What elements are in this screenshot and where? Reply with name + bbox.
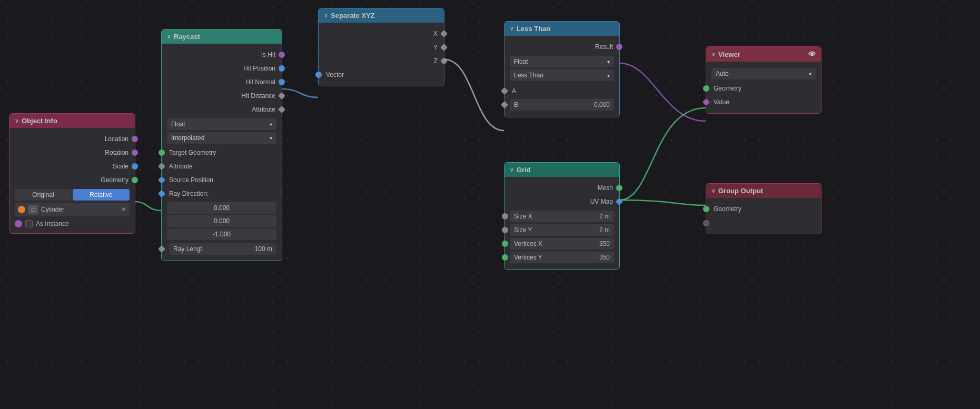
attribute-in-socket[interactable] — [158, 163, 165, 170]
uv-map-socket[interactable] — [616, 198, 623, 205]
size-x-field[interactable]: Size X 2 m — [510, 211, 614, 222]
as-instance-checkbox[interactable] — [25, 220, 33, 227]
viewer-value-label: Value — [714, 98, 729, 106]
group-output-title: Group Output — [718, 187, 763, 195]
object-close-button[interactable]: ✕ — [121, 206, 126, 213]
scale-socket[interactable] — [132, 163, 138, 169]
y-out-socket[interactable] — [440, 44, 448, 51]
hit-normal-row: Hit Normal — [162, 75, 282, 89]
viewer-chevron: ∨ — [711, 52, 715, 57]
a-socket[interactable] — [501, 87, 508, 94]
less-than-header[interactable]: ∨ Less Than — [504, 22, 619, 36]
hit-normal-label: Hit Normal — [245, 78, 275, 86]
less-than-op-dropdown[interactable]: Less Than ▾ — [510, 69, 614, 81]
z-to-less-than-a-connection — [444, 59, 504, 131]
raycast-float-arrow: ▾ — [270, 122, 272, 127]
separate-xyz-chevron: ∨ — [324, 13, 328, 18]
b-input-row: B 0.000 — [510, 99, 614, 111]
location-socket[interactable] — [132, 136, 138, 142]
ray-direction-socket[interactable] — [158, 190, 165, 197]
less-than-chevron: ∨ — [510, 26, 513, 32]
connections-overlay — [0, 0, 980, 409]
x-out-socket[interactable] — [440, 30, 448, 37]
mesh-out-socket[interactable] — [616, 185, 622, 191]
viewer-header[interactable]: ∨ Viewer 👁 — [706, 47, 821, 62]
size-y-socket[interactable] — [502, 227, 508, 233]
b-socket[interactable] — [501, 101, 508, 108]
result-socket[interactable] — [616, 44, 622, 50]
size-x-row: Size X 2 m — [510, 211, 614, 222]
is-hit-row: Is Hit — [162, 48, 282, 62]
object-info-chevron: ∨ — [15, 118, 18, 124]
original-button[interactable]: Original — [15, 189, 72, 201]
as-instance-row: As Instance — [9, 218, 135, 229]
viewer-title: Viewer — [718, 51, 740, 58]
object-mesh-icon: ⬡ — [28, 205, 38, 214]
ray-x-field[interactable]: 0.000 — [167, 202, 276, 214]
object-info-header[interactable]: ∨ Object Info — [9, 114, 135, 128]
group-geometry-socket[interactable] — [703, 206, 709, 212]
viewer-node: ∨ Viewer 👁 Auto ▾ Geometry Value — [706, 46, 821, 114]
scale-row: Scale — [9, 159, 135, 173]
z-out-socket[interactable] — [440, 57, 448, 65]
ray-y-field[interactable]: 0.000 — [167, 215, 276, 227]
ray-z-field[interactable]: -1.000 — [167, 228, 276, 240]
vertices-y-socket[interactable] — [502, 254, 508, 261]
hit-normal-socket[interactable] — [279, 79, 285, 85]
size-x-socket[interactable] — [502, 213, 508, 220]
z-out-row: Z — [319, 54, 444, 68]
less-than-float-arrow: ▾ — [607, 59, 610, 65]
vertices-x-field[interactable]: Vertices X 350 — [510, 238, 614, 250]
rotation-socket[interactable] — [132, 149, 138, 156]
ray-length-field[interactable]: Ray Lengt 100 m — [169, 243, 276, 255]
raycast-interpolated-label: Interpolated — [171, 134, 204, 142]
geometry-out-socket[interactable] — [132, 177, 138, 183]
hit-distance-socket[interactable] — [278, 92, 285, 99]
object-picker[interactable]: ⬡ Cylinder ✕ — [15, 203, 130, 216]
source-position-socket[interactable] — [158, 176, 165, 184]
group-output-chevron: ∨ — [711, 188, 715, 194]
raycast-chevron: ∨ — [167, 34, 171, 39]
viewer-value-socket[interactable] — [702, 98, 710, 106]
vertices-x-row: Vertices X 350 — [510, 238, 614, 250]
object-info-body: Location Rotation Scale Geometry Origina… — [9, 128, 135, 233]
target-geometry-socket[interactable] — [159, 149, 165, 156]
grid-header[interactable]: ∨ Grid — [504, 163, 619, 177]
hit-distance-label: Hit Distance — [241, 92, 275, 99]
relative-button[interactable]: Relative — [73, 189, 130, 201]
viewer-geometry-socket[interactable] — [703, 85, 709, 92]
size-y-field[interactable]: Size Y 2 m — [510, 224, 614, 236]
viewer-auto-arrow: ▾ — [809, 71, 811, 77]
b-value: 0.000 — [594, 101, 610, 108]
ray-length-socket[interactable] — [158, 245, 165, 253]
x-out-row: X — [319, 27, 444, 41]
attribute-out-socket[interactable] — [278, 106, 285, 113]
raycast-header[interactable]: ∨ Raycast — [162, 29, 282, 44]
vertices-y-field[interactable]: Vertices Y 350 — [510, 252, 614, 263]
group-extra-socket[interactable] — [703, 220, 709, 226]
separate-xyz-header[interactable]: ∨ Separate XYZ — [319, 8, 444, 23]
uv-map-label: UV Map — [590, 198, 613, 205]
hit-position-socket[interactable] — [279, 65, 285, 72]
viewer-auto-dropdown[interactable]: Auto ▾ — [711, 68, 816, 79]
size-y-row: Size Y 2 m — [510, 224, 614, 236]
vertices-x-socket[interactable] — [502, 241, 508, 247]
grid-chevron: ∨ — [510, 167, 513, 173]
raycast-interpolated-dropdown[interactable]: Interpolated ▾ — [167, 132, 276, 144]
grid-body: Mesh UV Map Size X 2 m Size Y 2 m — [504, 177, 619, 270]
b-field-wrapper[interactable]: B 0.000 — [510, 99, 614, 111]
raycast-title: Raycast — [174, 33, 200, 41]
vector-socket[interactable] — [315, 72, 322, 78]
grid-node: ∨ Grid Mesh UV Map Size X 2 m Size Y 2 m — [504, 162, 620, 270]
mesh-out-row: Mesh — [504, 181, 619, 195]
object-name-label: Cylinder — [41, 206, 64, 213]
less-than-float-dropdown[interactable]: Float ▾ — [510, 56, 614, 67]
x-out-label: X — [433, 30, 438, 37]
raycast-float-dropdown[interactable]: Float ▾ — [167, 118, 276, 130]
viewer-eye-icon[interactable]: 👁 — [808, 50, 816, 58]
group-output-header[interactable]: ∨ Group Output — [706, 184, 821, 198]
ray-direction-row: Ray Direction: — [162, 187, 282, 201]
uv-map-row: UV Map — [504, 195, 619, 208]
is-hit-socket[interactable] — [279, 52, 285, 58]
vertices-y-label: Vertices Y — [514, 254, 599, 261]
